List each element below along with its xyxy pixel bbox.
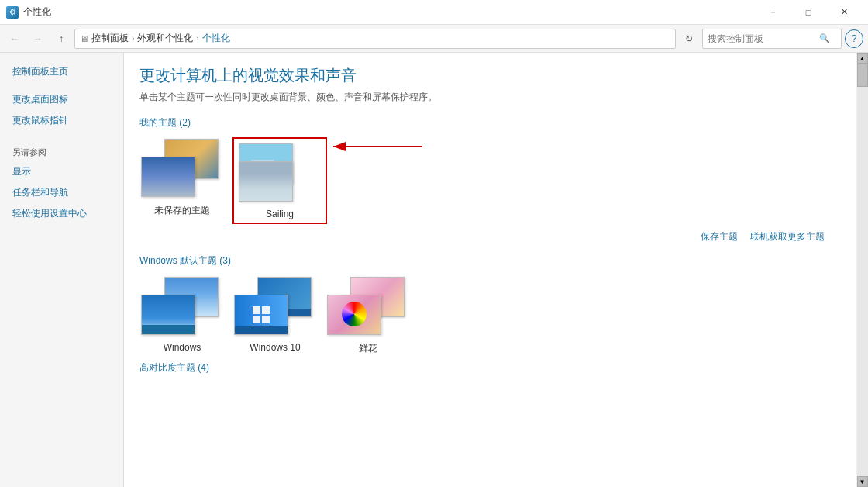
window-controls: － □ ✕ bbox=[755, 0, 862, 25]
back-button[interactable]: ← bbox=[5, 29, 25, 49]
high-contrast-title: 高对比度主题 (4) bbox=[140, 361, 840, 375]
theme-sailing-label: Sailing bbox=[266, 209, 294, 219]
help-button[interactable]: ? bbox=[845, 29, 863, 48]
windows-logo-svg bbox=[252, 306, 270, 324]
main-layout: 控制面板主页 更改桌面图标 更改鼠标指针 另请参阅 显示 任务栏和导航 轻松使用… bbox=[0, 53, 868, 487]
theme-flowers-thumbnail bbox=[326, 275, 411, 339]
theme-sailing-thumbnail bbox=[237, 142, 322, 206]
windows-themes-grid: Windows bbox=[140, 275, 840, 355]
theme-sailing[interactable]: Sailing bbox=[237, 142, 322, 219]
save-theme-link[interactable]: 保存主题 bbox=[701, 230, 738, 244]
path-sep-2: › bbox=[196, 34, 198, 43]
scrollbar[interactable]: ▲ ▼ bbox=[856, 53, 868, 487]
thumb-stack-flowers bbox=[327, 277, 405, 335]
theme-windows10-label: Windows 10 bbox=[250, 342, 300, 353]
flowers-color-wheel bbox=[342, 302, 367, 326]
sidebar-item-accessibility[interactable]: 轻松使用设置中心 bbox=[0, 203, 123, 224]
my-themes-grid: 未保存的主题 bbox=[140, 137, 327, 224]
svg-rect-4 bbox=[253, 316, 260, 323]
scroll-up-btn[interactable]: ▲ bbox=[857, 53, 868, 64]
search-box[interactable]: 🔍 bbox=[702, 29, 842, 49]
minimize-button[interactable]: － bbox=[755, 0, 790, 25]
close-button[interactable]: ✕ bbox=[826, 0, 862, 25]
theme-unsaved[interactable]: 未保存的主题 bbox=[140, 137, 225, 224]
maximize-button[interactable]: □ bbox=[790, 0, 826, 25]
sidebar-item-desktop-icon[interactable]: 更改桌面图标 bbox=[0, 89, 123, 110]
refresh-button[interactable]: ↻ bbox=[679, 29, 699, 49]
title-bar: ⚙ 个性化 － □ ✕ bbox=[0, 0, 868, 25]
svg-rect-3 bbox=[262, 306, 270, 314]
thumb-stack-windows10 bbox=[234, 277, 312, 335]
theme-unsaved-thumbnail bbox=[140, 137, 225, 201]
sailing-selection-box: Sailing bbox=[232, 137, 327, 224]
path-part-1[interactable]: 控制面板 bbox=[91, 32, 129, 45]
sidebar: 控制面板主页 更改桌面图标 更改鼠标指针 另请参阅 显示 任务栏和导航 轻松使用… bbox=[0, 53, 124, 487]
path-icon: 🖥 bbox=[80, 34, 88, 43]
search-icon: 🔍 bbox=[819, 33, 830, 43]
svg-rect-5 bbox=[262, 316, 270, 323]
path-part-2[interactable]: 外观和个性化 bbox=[137, 32, 193, 45]
page-title: 更改计算机上的视觉效果和声音 bbox=[140, 65, 840, 86]
get-more-themes-link[interactable]: 联机获取更多主题 bbox=[750, 230, 825, 244]
thumb-front-flowers bbox=[327, 295, 381, 335]
theme-windows10-thumbnail bbox=[232, 275, 318, 339]
sidebar-item-display[interactable]: 显示 bbox=[0, 161, 123, 182]
thumb-front-sailing bbox=[239, 161, 293, 202]
theme-windows-label: Windows bbox=[164, 342, 202, 353]
path-part-3[interactable]: 个性化 bbox=[202, 32, 230, 45]
content-scroll: 更改计算机上的视觉效果和声音 单击某个主题可一次性同时更改桌面背景、颜色、声音和… bbox=[124, 53, 856, 487]
thumb-stack-sailing bbox=[239, 143, 316, 202]
scroll-thumb[interactable] bbox=[857, 64, 868, 87]
windows-themes-title: Windows 默认主题 (3) bbox=[140, 254, 840, 268]
sidebar-item-taskbar[interactable]: 任务栏和导航 bbox=[0, 182, 123, 203]
thumb-front-windows bbox=[141, 295, 195, 335]
theme-windows10[interactable]: Windows 10 bbox=[232, 275, 318, 355]
scroll-track bbox=[857, 64, 868, 476]
thumb-stack-windows bbox=[141, 277, 219, 335]
sidebar-home-link[interactable]: 控制面板主页 bbox=[0, 62, 123, 81]
theme-flowers[interactable]: 鲜花 bbox=[326, 275, 411, 355]
window-icon: ⚙ bbox=[6, 6, 19, 19]
forward-button[interactable]: → bbox=[28, 29, 48, 49]
scroll-down-btn[interactable]: ▼ bbox=[857, 476, 868, 487]
red-arrow-svg bbox=[326, 131, 426, 162]
thumb-front-windows10 bbox=[234, 295, 288, 335]
red-arrow-container bbox=[326, 131, 426, 162]
theme-actions: 保存主题 联机获取更多主题 bbox=[140, 230, 840, 244]
svg-rect-2 bbox=[253, 306, 260, 314]
sidebar-also-see: 另请参阅 bbox=[0, 143, 123, 161]
thumb-stack-unsaved bbox=[141, 139, 219, 197]
content-area: 更改计算机上的视觉效果和声音 单击某个主题可一次性同时更改桌面背景、颜色、声音和… bbox=[124, 53, 856, 487]
theme-windows[interactable]: Windows bbox=[140, 275, 225, 355]
address-path: 🖥 控制面板 › 外观和个性化 › 个性化 bbox=[74, 29, 676, 49]
my-themes-title: 我的主题 (2) bbox=[140, 116, 840, 130]
theme-windows-thumbnail bbox=[140, 275, 225, 339]
theme-flowers-label: 鲜花 bbox=[359, 342, 377, 355]
theme-unsaved-label: 未保存的主题 bbox=[154, 204, 210, 217]
thumb-front-unsaved bbox=[141, 157, 195, 197]
page-description: 单击某个主题可一次性同时更改桌面背景、颜色、声音和屏幕保护程序。 bbox=[140, 91, 840, 104]
window-title: 个性化 bbox=[23, 5, 755, 19]
sidebar-item-mouse-pointer[interactable]: 更改鼠标指针 bbox=[0, 110, 123, 131]
up-button[interactable]: ↑ bbox=[51, 29, 71, 49]
address-bar: ← → ↑ 🖥 控制面板 › 外观和个性化 › 个性化 ↻ 🔍 ? bbox=[0, 25, 868, 53]
search-input[interactable] bbox=[708, 33, 816, 44]
path-sep-1: › bbox=[132, 34, 134, 43]
